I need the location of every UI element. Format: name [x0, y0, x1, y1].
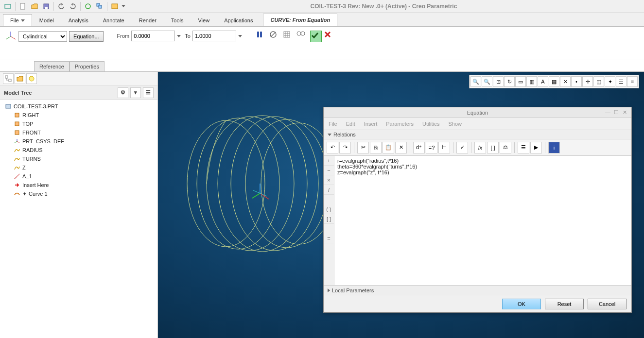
dlg-cut-icon[interactable]: ✂ — [357, 142, 369, 153]
tree-icon-2[interactable] — [15, 73, 25, 84]
equation-button[interactable]: Equation... — [69, 31, 104, 42]
tree-show-icon[interactable]: ▾ — [130, 87, 141, 98]
menu-utilities[interactable]: Utilities — [422, 121, 439, 127]
equation-textarea[interactable]: r=evalgraph("radius",t*16) theta=360*eva… — [334, 156, 631, 285]
undo-icon[interactable] — [56, 1, 67, 12]
dlg-eq-icon[interactable]: =? — [426, 142, 437, 153]
dlg-exec-icon[interactable]: ▶ — [530, 142, 542, 153]
csys-display-icon[interactable]: ✛ — [582, 76, 593, 87]
maximize-icon[interactable]: ☐ — [614, 109, 621, 116]
tab-annotate[interactable]: Annotate — [96, 14, 132, 26]
dlg-unit-icon[interactable]: ⚖ — [500, 142, 511, 153]
redo-icon[interactable] — [68, 1, 78, 12]
op-equals[interactable]: = — [324, 234, 334, 243]
tab-model[interactable]: Model — [32, 14, 61, 26]
op-bracket[interactable]: [ ] — [324, 214, 334, 224]
tab-file[interactable]: File — [3, 14, 32, 26]
tab-tools[interactable]: Tools — [164, 14, 191, 26]
relations-header[interactable]: Relations — [324, 130, 631, 139]
tree-root[interactable]: COIL-TEST-3.PRT — [3, 102, 155, 111]
saved-views-icon[interactable]: ▥ — [526, 76, 537, 87]
op-paren[interactable]: ( ) — [324, 204, 334, 214]
dlg-paste-icon[interactable]: 📋 — [383, 142, 394, 153]
dlg-verify-icon[interactable]: ✓ — [456, 142, 468, 153]
tree-item-turns[interactable]: TURNS — [3, 154, 155, 163]
minimize-icon[interactable]: — — [605, 109, 612, 116]
display-style-icon[interactable]: ▭ — [515, 76, 526, 87]
menu-parameters[interactable]: Parameters — [386, 121, 414, 127]
tree-item-top[interactable]: TOP — [3, 119, 155, 128]
tree-item-insert[interactable]: Insert Here — [3, 181, 155, 189]
ok-button[interactable]: OK — [502, 299, 541, 309]
zoom-out-icon[interactable]: 🔍 — [482, 76, 492, 87]
op-plus[interactable]: + — [324, 156, 334, 166]
op-minus[interactable]: − — [324, 166, 334, 175]
dlg-brackets-icon[interactable]: [ ] — [487, 142, 499, 153]
regenerate-icon[interactable] — [2, 1, 13, 12]
menu-edit[interactable]: Edit — [346, 121, 355, 127]
point-display-icon[interactable]: • — [571, 76, 582, 87]
tree-item-a1[interactable]: A_1 — [3, 172, 155, 181]
dlg-info-icon[interactable]: i — [548, 142, 560, 153]
plane-display-icon[interactable]: ◫ — [593, 76, 604, 87]
local-params-header[interactable]: Local Parameters — [324, 285, 631, 295]
close-window-icon[interactable] — [109, 1, 120, 12]
windows-icon[interactable] — [94, 1, 105, 12]
new-icon[interactable] — [17, 1, 28, 12]
view-mgr-icon[interactable]: ☰ — [616, 76, 627, 87]
zoom-fit-icon[interactable]: ⊡ — [493, 76, 504, 87]
to-dropdown-icon[interactable] — [238, 35, 242, 37]
repaint-icon[interactable]: ↻ — [504, 76, 515, 87]
op-mult[interactable]: × — [324, 175, 334, 185]
cancel-button[interactable]: Cancel — [588, 299, 627, 309]
menu-show[interactable]: Show — [449, 121, 462, 127]
pause-icon[interactable] — [256, 31, 267, 42]
reset-button[interactable]: Reset — [545, 299, 584, 309]
dlg-redo-icon[interactable]: ↷ — [339, 142, 351, 153]
tree-settings-icon[interactable]: ⚙ — [118, 87, 128, 98]
subtab-properties[interactable]: Properties — [70, 61, 104, 71]
tree-item-csys[interactable]: PRT_CSYS_DEF — [3, 137, 155, 146]
glasses-icon[interactable] — [296, 31, 308, 42]
tab-curve-equation[interactable]: CURVE: From Equation — [263, 14, 337, 26]
dlg-dims-icon[interactable]: d⁺ — [413, 142, 425, 153]
tab-applications[interactable]: Applications — [217, 14, 260, 26]
from-dropdown-icon[interactable] — [177, 35, 181, 37]
zoom-in-icon[interactable]: 🔍 — [470, 76, 481, 87]
layers-icon[interactable]: ≡ — [627, 76, 638, 87]
tree-item-z[interactable]: Z — [3, 163, 155, 172]
tree-icon-1[interactable] — [3, 73, 14, 84]
qat-dropdown-icon[interactable] — [122, 5, 125, 7]
dlg-copy-icon[interactable]: ⎘ — [370, 142, 382, 153]
dlg-fx-icon[interactable]: fx — [474, 142, 486, 153]
ok-icon[interactable] — [310, 31, 322, 42]
from-input[interactable] — [131, 31, 175, 41]
cancel-icon[interactable] — [324, 31, 335, 42]
menu-file[interactable]: File — [329, 121, 337, 127]
tab-render[interactable]: Render — [132, 14, 164, 26]
dialog-titlebar[interactable]: Equation — ☐ ✕ — [324, 107, 631, 118]
dlg-delete-icon[interactable]: ✕ — [395, 142, 407, 153]
tab-analysis[interactable]: Analysis — [61, 14, 96, 26]
dlg-measure-icon[interactable]: ⊢ — [438, 142, 450, 153]
no-preview-icon[interactable] — [269, 31, 281, 42]
subtab-reference[interactable]: Reference — [34, 61, 70, 71]
tree-item-radius[interactable]: RADIUS — [3, 146, 155, 154]
save-icon[interactable] — [41, 1, 52, 12]
close-icon[interactable]: ✕ — [623, 109, 629, 116]
spin-center-icon[interactable]: ✦ — [605, 76, 615, 87]
annotation-display-icon[interactable]: A — [538, 76, 548, 87]
regenerate2-icon[interactable] — [83, 1, 93, 12]
op-div[interactable]: / — [324, 185, 334, 195]
tree-item-right[interactable]: RIGHT — [3, 111, 155, 119]
tree-item-curve1[interactable]: ✦ Curve 1 — [3, 189, 155, 198]
menu-insert[interactable]: Insert — [364, 121, 378, 127]
csys-type-select[interactable]: Cylindrical — [18, 31, 67, 42]
dlg-sort-icon[interactable]: ☰ — [518, 142, 529, 153]
dlg-undo-icon[interactable]: ↶ — [327, 142, 338, 153]
tab-view[interactable]: View — [191, 14, 217, 26]
model-tree[interactable]: COIL-TEST-3.PRT RIGHT TOP FRONT PRT_CSYS… — [0, 100, 157, 338]
tree-list-icon[interactable]: ☰ — [143, 87, 154, 98]
datum-display-icon[interactable]: ▦ — [549, 76, 559, 87]
open-icon[interactable] — [29, 1, 40, 12]
